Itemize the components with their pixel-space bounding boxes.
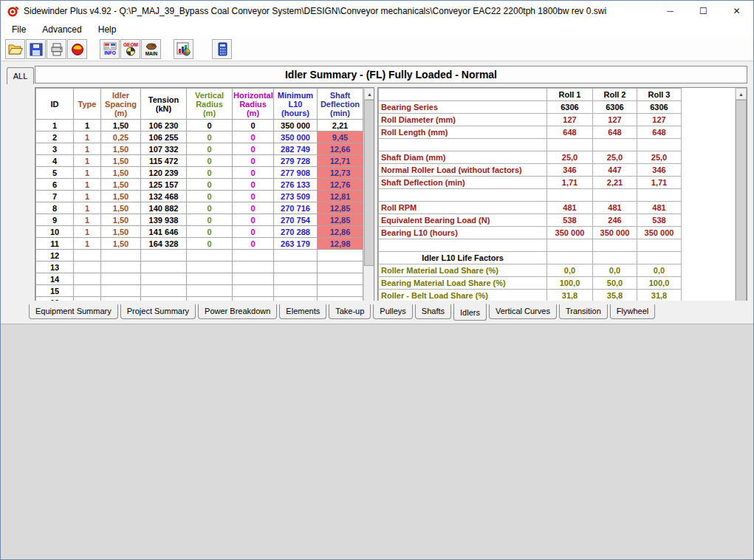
tab-shafts[interactable]: Shafts [415, 304, 451, 319]
idler-row[interactable]: 14 [36, 273, 363, 285]
roll-table-body: Bearing Series630663066306Roll Diameter … [379, 101, 682, 301]
tab-flywheel[interactable]: Flywheel [610, 304, 655, 319]
idler-row[interactable]: 15 [36, 285, 363, 297]
menu-file[interactable]: File [4, 23, 34, 36]
idler-cell: 0 [233, 179, 274, 191]
idler-row[interactable]: 611,50125 15700276 13312,76 [36, 179, 363, 191]
idler-cell: 0 [187, 167, 233, 179]
idler-cell [274, 273, 318, 285]
idler-row[interactable]: 210,25106 25500350 0009,45 [36, 132, 363, 143]
idler-cell: 1,50 [101, 179, 141, 191]
idler-cell: 1 [36, 120, 74, 132]
spec-label [379, 239, 547, 252]
idler-row[interactable]: 16 [36, 297, 363, 301]
idler-cell: 140 882 [141, 202, 187, 214]
tab-pulleys[interactable]: Pulleys [373, 304, 412, 319]
side-tab-all[interactable]: ALL [7, 67, 34, 84]
charts-button[interactable] [174, 39, 193, 59]
spec-row: Roller - Belt Load Share (%)31,835,831,8 [379, 290, 682, 301]
spec-value [637, 239, 682, 252]
spec-value: 481 [593, 202, 637, 214]
menu-help[interactable]: Help [90, 23, 125, 36]
idler-cell: 270 288 [274, 226, 318, 238]
spec-label: Roller Material Load Share (%) [379, 264, 547, 277]
idler-row[interactable]: 12 [36, 250, 363, 262]
spec-value: 246 [593, 214, 637, 227]
idler-cell: 1 [74, 202, 101, 214]
tab-project-summary[interactable]: Project Summary [120, 304, 196, 319]
spec-label: Roll RPM [379, 202, 547, 214]
idler-row[interactable]: 1011,50141 64600270 28812,86 [36, 226, 363, 238]
idler-cell: 1 [74, 191, 101, 202]
spec-value: 127 [637, 114, 682, 126]
idler-row[interactable]: 711,50132 46800273 50912,81 [36, 191, 363, 202]
idler-cell: 12,85 [318, 202, 363, 214]
idler-cell: 0 [187, 155, 233, 167]
tab-take-up[interactable]: Take-up [329, 304, 371, 319]
idler-cell: 263 179 [274, 238, 318, 250]
menu-bar: FileAdvancedHelp [1, 21, 753, 38]
spec-value: 350 000 [547, 227, 593, 239]
idler-cell: 12,76 [318, 179, 363, 191]
idler-row[interactable]: 1111,50164 32800263 17912,98 [36, 238, 363, 250]
status-bar [1, 324, 753, 559]
tab-equipment-summary[interactable]: Equipment Summary [29, 304, 118, 319]
spec-label: Bearing L10 (hours) [379, 227, 547, 239]
idler-cell [318, 273, 363, 285]
spec-value: 6306 [547, 101, 593, 114]
idler-table-head-row: IDTypeIdler Spacing (m)Tension (kN)Verti… [36, 89, 363, 120]
roll-column-header: Roll 3 [637, 89, 682, 101]
tab-transition[interactable]: Transition [559, 304, 608, 319]
right-table-scrollbar[interactable]: ▲ ▼ [735, 88, 747, 301]
spec-row: Shaft Deflection (min)1,712,211,71 [379, 177, 682, 189]
scroll-up-icon[interactable]: ▲ [736, 88, 747, 100]
idler-cell: 125 157 [141, 179, 187, 191]
menu-advanced[interactable]: Advanced [34, 23, 89, 36]
tab-idlers[interactable]: Idlers [453, 304, 487, 321]
spec-value: 350 000 [593, 227, 637, 239]
idler-row[interactable]: 411,50115 47200279 72812,71 [36, 155, 363, 167]
main-button[interactable]: MAIN [141, 39, 161, 59]
idler-cell: 0 [187, 132, 233, 143]
idler-row[interactable]: 13 [36, 262, 363, 273]
idler-cell [141, 273, 187, 285]
idler-row[interactable]: 311,50107 33200282 74912,66 [36, 143, 363, 155]
right-scroll-thumb[interactable] [736, 100, 747, 301]
print-button[interactable] [47, 39, 66, 59]
tab-vertical-curves[interactable]: Vertical Curves [489, 304, 557, 319]
maximize-icon[interactable]: ☐ [687, 1, 720, 21]
idler-cell [274, 262, 318, 273]
save-button[interactable] [26, 39, 46, 59]
left-table-scrollbar[interactable]: ▲ ▼ [363, 88, 374, 301]
idler-row[interactable]: 511,50120 23900277 90812,73 [36, 167, 363, 179]
spec-value: 0,0 [547, 264, 593, 277]
idler-cell [187, 297, 233, 301]
idler-cell: 0 [233, 191, 274, 202]
idler-cell: 1,50 [101, 191, 141, 202]
spec-value [547, 139, 593, 151]
refresh-button[interactable] [67, 39, 87, 59]
spec-value [637, 139, 682, 151]
scroll-up-icon[interactable]: ▲ [364, 88, 374, 100]
spec-label: Bearing Series [379, 101, 547, 114]
idler-cell: 164 328 [141, 238, 187, 250]
spec-value: 648 [637, 126, 682, 139]
printer-icon [50, 43, 64, 56]
geom-button[interactable]: GEOM [120, 39, 140, 59]
idler-table-body: 111,50106 23000350 0002,21210,25106 2550… [36, 120, 363, 301]
idler-row[interactable]: 111,50106 23000350 0002,21 [36, 120, 363, 132]
idler-cell [141, 262, 187, 273]
column-header: Shaft Deflection (min) [318, 89, 363, 120]
column-header: Vertical Radius (m) [187, 89, 233, 120]
tab-elements[interactable]: Elements [279, 304, 326, 319]
info-button[interactable]: INFO [100, 39, 120, 59]
minimize-icon[interactable]: ─ [654, 1, 687, 21]
open-file-button[interactable] [5, 39, 25, 59]
left-scroll-thumb[interactable] [364, 100, 374, 266]
tab-power-breakdown[interactable]: Power Breakdown [198, 304, 277, 319]
calculator-button[interactable] [212, 39, 232, 59]
idler-row[interactable]: 911,50139 93800270 75412,85 [36, 214, 363, 226]
close-icon[interactable]: ✕ [720, 1, 753, 21]
idler-cell: 1,50 [101, 202, 141, 214]
idler-row[interactable]: 811,50140 88200270 71612,85 [36, 202, 363, 214]
